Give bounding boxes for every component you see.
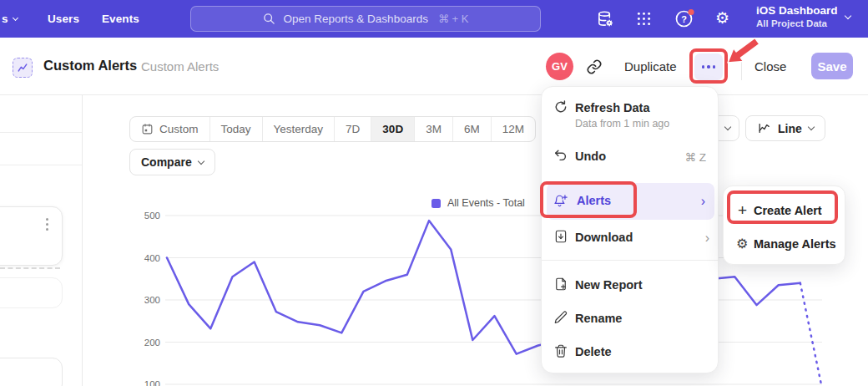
svg-text:500: 500 [144, 211, 160, 221]
data-management-icon[interactable] [596, 9, 614, 28]
sidebar-row-divider [0, 165, 82, 165]
project-name: iOS Dashboard [756, 4, 838, 17]
close-button[interactable]: Close [754, 59, 786, 74]
menu-divider [542, 260, 719, 261]
more-options-menu: Refresh Data Data from 1 min ago Undo ⌘ … [541, 86, 719, 373]
chevron-down-icon [724, 124, 731, 130]
range-7d[interactable]: 7D [335, 117, 371, 141]
header-divider [741, 53, 742, 80]
app-root: s Users Events Open Reports & Dashboards… [0, 0, 868, 386]
menu-item-alerts[interactable]: Alerts › [547, 183, 714, 220]
save-button[interactable]: Save [811, 53, 853, 79]
board-icon [13, 58, 33, 78]
nav-item-partial[interactable]: s [2, 0, 18, 38]
more-options-button[interactable] [694, 53, 723, 80]
new-report-icon [553, 277, 568, 292]
range-3m[interactable]: 3M [415, 117, 453, 141]
nav-item-partial-label: s [2, 13, 8, 25]
menu-item-delete[interactable]: Delete [542, 336, 719, 369]
compare-label: Compare [141, 155, 192, 169]
range-custom[interactable]: Custom [130, 117, 210, 141]
menu-item-rename[interactable]: Rename [542, 302, 719, 336]
svg-text:100: 100 [144, 379, 160, 386]
apps-grid-icon[interactable] [635, 10, 653, 28]
menu-item-new-report[interactable]: New Report [542, 269, 719, 302]
menu-item-undo[interactable]: Undo ⌘ Z [542, 141, 719, 175]
project-scope: All Project Data [756, 18, 838, 28]
range-today[interactable]: Today [210, 117, 263, 141]
chevron-down-icon [197, 157, 204, 164]
refresh-icon [553, 99, 568, 114]
chevron-right-icon: › [705, 231, 709, 245]
menu-item-refresh-data[interactable]: Refresh Data Data from 1 min ago [542, 94, 719, 134]
notification-dot [688, 9, 694, 15]
share-link-icon[interactable] [586, 58, 603, 75]
range-12m[interactable]: 12M [492, 117, 535, 141]
search-shortcut: ⌘ + K [438, 13, 469, 25]
project-switcher[interactable]: iOS Dashboard All Project Data [756, 4, 838, 28]
undo-icon [553, 148, 568, 163]
chevron-down-icon [13, 14, 18, 20]
menu-item-download[interactable]: Download › [542, 222, 719, 256]
sidebar-row-divider [0, 132, 82, 133]
settings-gear-icon[interactable]: ⚙ [715, 8, 729, 28]
range-6m[interactable]: 6M [453, 117, 492, 141]
delete-trash-icon [553, 343, 568, 358]
rename-pencil-icon [553, 310, 568, 325]
svg-text:200: 200 [144, 338, 160, 348]
download-icon [553, 229, 568, 244]
chart-type-button[interactable]: Line [745, 115, 825, 141]
alerts-submenu: + Create Alert ⚙ Manage Alerts [723, 185, 845, 265]
submenu-item-create-alert[interactable]: + Create Alert [724, 195, 846, 228]
svg-text:400: 400 [144, 253, 160, 263]
manage-gear-icon: ⚙ [736, 236, 748, 251]
breadcrumb: Custom Alerts [141, 59, 219, 74]
svg-text:?: ? [681, 14, 687, 24]
duplicate-button[interactable]: Duplicate [624, 59, 677, 74]
page-title: Custom Alerts [43, 58, 137, 74]
nav-item-events[interactable]: Events [102, 0, 139, 38]
chevron-right-icon: › [701, 195, 705, 208]
chart-type-label: Line [778, 122, 802, 135]
svg-text:300: 300 [144, 295, 160, 305]
alert-bell-icon [553, 194, 568, 209]
report-header: Custom Alerts Custom Alerts GV Duplicate… [0, 38, 868, 95]
search-icon [263, 13, 275, 25]
nav-item-users[interactable]: Users [48, 0, 79, 38]
top-nav: s Users Events Open Reports & Dashboards… [0, 0, 868, 38]
avatar[interactable]: GV [546, 53, 573, 80]
date-range-control: Custom Today Yesterday 7D 30D 3M 6M 12M [129, 116, 536, 142]
chevron-down-icon [808, 124, 815, 130]
range-yesterday[interactable]: Yesterday [263, 117, 336, 141]
calendar-icon [141, 123, 154, 135]
search-input[interactable]: Open Reports & Dashboards ⌘ + K [190, 6, 541, 32]
help-icon[interactable]: ? [674, 8, 696, 29]
compare-button[interactable]: Compare [129, 149, 215, 175]
submenu-item-manage-alerts[interactable]: ⚙ Manage Alerts [724, 228, 846, 262]
plus-icon: + [738, 201, 747, 220]
chevron-down-icon [845, 13, 851, 19]
search-placeholder: Open Reports & Dashboards [284, 13, 428, 25]
range-30d-selected[interactable]: 30D [371, 117, 415, 141]
line-chart-icon [757, 121, 771, 135]
range-label: Custom [159, 123, 199, 135]
